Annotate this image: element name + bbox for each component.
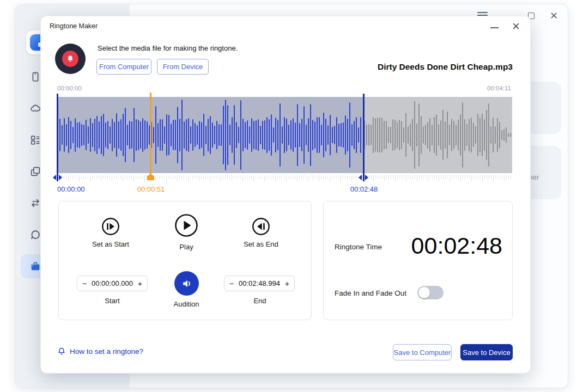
waveform-selected-segment[interactable] [57,97,364,173]
save-to-computer-button[interactable]: Save to Computer [393,344,452,360]
waveform-duration-labels: 00:00:00 00:04:11 [57,85,512,91]
set-as-end-button[interactable] [251,217,271,238]
media-filename: Dirty Deeds Done Dirt Cheap.mp3 [378,62,513,72]
end-time-value[interactable]: 00:02:48.994 [239,279,280,287]
waveform-region: 00:00:00 00:00:51 00:02:48 [57,97,512,200]
dialog-minimize-icon[interactable] [490,27,499,28]
fade-toggle-label: Fade In and Fade Out [335,289,406,297]
ringtone-time-label: Ringtone Time [335,243,382,251]
instruction-text: Select the media file for making the rin… [98,44,238,52]
end-increment-button[interactable]: + [280,279,294,288]
start-marker-left-handle[interactable] [53,175,56,180]
help-link[interactable]: How to set a ringtone? [57,347,143,356]
play-label: Play [159,243,214,251]
from-device-button[interactable]: From Device [157,59,209,75]
end-marker-line[interactable] [363,94,365,181]
bell-badge-icon [62,51,78,67]
start-marker-line[interactable] [57,94,58,181]
set-as-start-button[interactable] [101,217,120,238]
waveform-canvas[interactable] [57,97,512,173]
start-decrement-button[interactable]: − [77,279,92,288]
from-computer-button[interactable]: From Computer [96,59,151,75]
start-time-label: 00:00:00 [57,185,85,193]
summary-panel: Ringtone Time 00:02:48 Fade In and Fade … [323,201,513,320]
dialog-title: Ringtone Maker [50,22,98,30]
help-link-text: How to set a ringtone? [70,347,143,356]
waveform-unselected-segment[interactable] [364,97,512,173]
end-decrement-button[interactable]: − [224,279,239,288]
playhead-line[interactable] [150,93,151,174]
dialog-close-icon[interactable]: ✕ [512,21,520,32]
duration-start-label: 00:00:00 [57,85,82,91]
set-as-end-label: Set as End [234,240,288,248]
chat-icon [29,229,41,241]
save-to-device-button[interactable]: Save to Device [460,344,513,360]
end-marker-right-handle[interactable] [365,175,368,180]
start-label: Start [85,297,139,305]
end-time-label: 00:02:48 [342,185,386,193]
ringtone-time-value: 00:02:48 [411,232,502,259]
set-as-start-label: Set as Start [83,240,138,248]
set-as-end-icon [251,217,271,236]
cloud-icon [29,102,41,114]
audition-label: Audition [159,300,214,308]
end-time-stepper: − 00:02:48.994 + [224,275,295,291]
toolbox-icon [29,260,41,272]
transfer-icon [29,197,41,209]
trim-controls-panel: Set as Start Play Set as End − 00:00:00.… [58,201,312,320]
set-as-start-icon [101,217,120,236]
phone-icon [29,71,41,83]
start-increment-button[interactable]: + [133,279,147,288]
ringtone-maker-dialog: Ringtone Maker ✕ Select the media file f… [41,16,530,373]
playhead-time-label: 00:00:51 [129,185,173,193]
play-button[interactable] [174,213,199,240]
timeline-ruler [57,174,512,181]
end-marker-left-handle[interactable] [359,175,362,180]
ringtone-badge [55,44,86,74]
help-bell-icon [57,347,66,356]
speaker-icon [181,278,193,290]
start-time-value[interactable]: 00:00:00.000 [92,279,133,287]
mirror-icon [29,166,41,177]
play-icon [174,213,199,238]
bell-icon [66,54,75,63]
start-marker-right-handle[interactable] [59,175,62,180]
apps-icon [29,134,41,146]
audition-button[interactable] [174,271,199,296]
start-time-stepper: − 00:00:00.000 + [77,275,148,291]
window-close-icon[interactable]: ✕ [550,13,558,19]
duration-end-label: 00:04:11 [487,85,511,91]
end-label: End [233,297,287,305]
fade-toggle[interactable] [417,286,444,299]
fade-toggle-knob[interactable] [418,287,430,298]
